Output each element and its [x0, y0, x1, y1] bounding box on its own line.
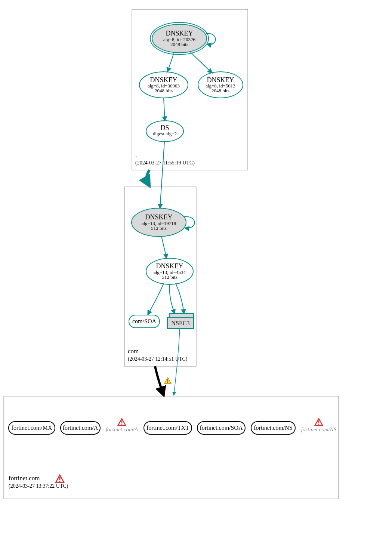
- edge-com-zsk-nsec3a: [170, 284, 175, 314]
- edge-com-to-fortinet: [155, 366, 164, 395]
- edge-root-zsk1-ds: [164, 98, 165, 121]
- rr-fortinet-ns: fortinet.com/NS: [251, 422, 295, 434]
- dnskey-com-zsk-bits: 512 bits: [162, 274, 178, 280]
- dnssec-diagram: DNSKEY alg=8, id=20326 2048 bits DNSKEY …: [0, 0, 392, 552]
- rr-fortinet-a: fortinet.com/A: [61, 422, 100, 434]
- dnskey-root-zsk2-bits: 2048 bits: [212, 88, 229, 93]
- dnskey-com-zsk: DNSKEY alg=13, id=4534 512 bits: [146, 258, 193, 284]
- rr-fortinet-ns-error-label: fortinet.com/NS: [301, 426, 337, 432]
- rr-fortinet-mx: fortinet.com/MX: [9, 422, 55, 434]
- edge-com-zsk-nsec3b: [176, 283, 184, 314]
- dnskey-root-ksk-title: DNSKEY: [166, 30, 193, 37]
- error-icon: [315, 419, 322, 425]
- rr-fortinet-a-error-label: fortinet.com/A: [106, 426, 138, 432]
- zone-com-ts: (2024-03-27 12:14:51 UTC): [128, 356, 188, 362]
- com-soa-label: com/SOA: [132, 318, 156, 324]
- com-soa: com/SOA: [129, 315, 160, 328]
- ds-root-title: DS: [160, 124, 169, 132]
- rr-fortinet-ns-label: fortinet.com/NS: [254, 425, 293, 431]
- edge-root-ksk-zsk2: [191, 52, 212, 73]
- com-nsec3: NSEC3: [167, 314, 194, 329]
- rr-fortinet-a-label: fortinet.com/A: [63, 425, 98, 431]
- dnskey-root-zsk1: DNSKEY alg=8, id=30903 2048 bits: [139, 72, 188, 98]
- zone-root-name: .: [135, 151, 137, 158]
- svg-rect-20: [318, 424, 320, 425]
- dnskey-root-zsk1-title: DNSKEY: [150, 76, 177, 84]
- edge-nsec3-fortinet: [174, 329, 180, 395]
- svg-rect-19: [318, 420, 320, 423]
- rr-fortinet-soa: fortinet.com/SOA: [197, 422, 245, 434]
- svg-rect-15: [121, 424, 123, 425]
- rr-fortinet-mx-label: fortinet.com/MX: [12, 425, 52, 431]
- warning-icon: [164, 377, 171, 383]
- dnskey-com-ksk-bits: 512 bits: [151, 225, 167, 231]
- dnskey-root-ksk: DNSKEY alg=8, id=20326 2048 bits: [150, 22, 209, 55]
- edge-root-ksk-zsk1: [167, 53, 174, 72]
- svg-rect-21: [59, 477, 61, 480]
- ds-root-sub: digest alg=2: [153, 131, 177, 136]
- edge-com-ksk-zsk: [161, 236, 167, 259]
- dnskey-com-zsk-title: DNSKEY: [156, 262, 183, 270]
- rr-fortinet-txt-label: fortinet.com/TXT: [146, 425, 189, 431]
- svg-rect-11: [167, 382, 168, 383]
- dnskey-com-ksk-title: DNSKEY: [145, 213, 172, 221]
- dnskey-com-ksk: DNSKEY alg=13, id=19718 512 bits: [132, 208, 186, 237]
- dnskey-root-zsk1-bits: 2048 bits: [155, 88, 173, 93]
- zone-com-name: com: [128, 348, 139, 355]
- edge-ds-comksk: [160, 142, 164, 209]
- edge-com-zsk-soa: [148, 283, 164, 315]
- zone-root-ts: (2024-03-27 11:55:19 UTC): [135, 160, 195, 166]
- ds-root: DS digest alg=2: [146, 121, 183, 142]
- svg-rect-10: [167, 379, 168, 382]
- rr-fortinet-a-error: fortinet.com/A: [106, 419, 138, 432]
- rr-fortinet-soa-label: fortinet.com/SOA: [200, 425, 243, 431]
- error-icon: [118, 419, 126, 425]
- rr-fortinet-ns-error: fortinet.com/NS: [301, 419, 337, 432]
- rr-fortinet-txt: fortinet.com/TXT: [144, 422, 192, 434]
- zone-fortinet-name: fortinet.com: [9, 475, 40, 482]
- svg-rect-14: [121, 420, 123, 423]
- dnskey-root-zsk2-title: DNSKEY: [207, 76, 234, 84]
- com-nsec3-label: NSEC3: [172, 320, 190, 326]
- svg-rect-22: [59, 481, 61, 482]
- dnskey-root-zsk2: DNSKEY alg=8, id=5613 2048 bits: [198, 72, 243, 98]
- zone-fortinet-ts: (2024-03-27 13:37:22 UTC): [9, 483, 68, 489]
- dnskey-root-ksk-bits: 2048 bits: [170, 41, 188, 47]
- edge-root-to-com: [147, 170, 150, 186]
- error-icon: [56, 475, 64, 482]
